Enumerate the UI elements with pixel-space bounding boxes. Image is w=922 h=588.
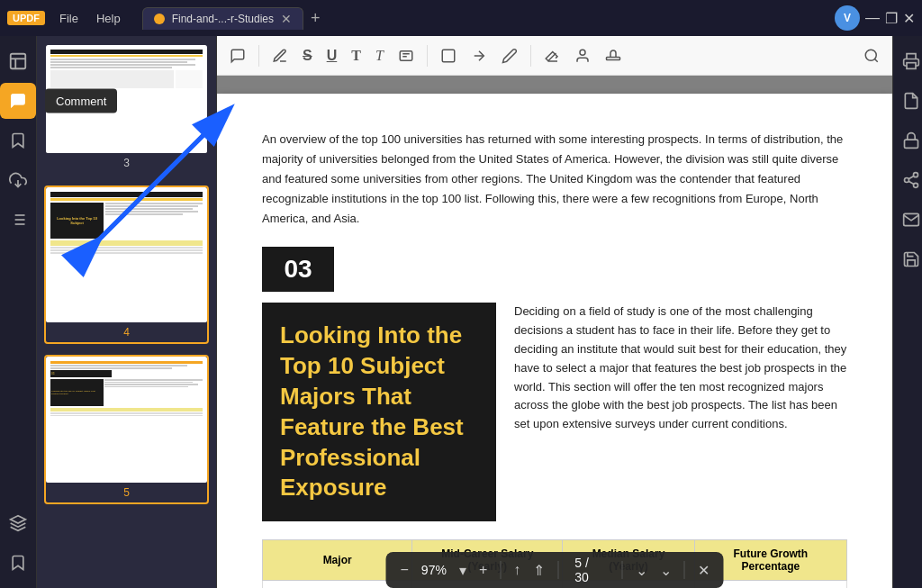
maximize-button[interactable]: ❐ [885,10,898,27]
menu-bar: File Help [52,10,128,27]
minimize-button[interactable]: — [865,10,880,26]
right-sidebar [892,36,922,588]
pdf-content-area: An overview of the top 100 universities … [217,76,892,588]
sidebar-comment-icon[interactable]: Comment [0,83,36,119]
pdf-section-number: 03 [262,247,334,292]
toolbar-shape-button[interactable] [435,44,462,68]
toolbar-search-button[interactable] [858,44,885,68]
tab-close-button[interactable]: ✕ [281,12,292,26]
sidebar-pages-icon[interactable] [0,43,36,79]
sidebar-bookmark-icon[interactable] [0,122,36,158]
tab-icon [154,14,165,24]
svg-rect-23 [907,63,916,69]
menu-file[interactable]: File [52,10,86,27]
bottom-sep-3 [622,561,623,579]
thumbnail-page-4[interactable]: Looking Into the Top 10 Subject [44,185,209,344]
zoom-level: 97% [418,563,450,577]
close-button[interactable]: ✕ [903,10,915,27]
pdf-section-title: Looking Into the Top 10 Subject Majors T… [262,303,496,521]
next-page-button[interactable]: ⌄ [656,560,675,581]
page-separator: / [585,556,589,570]
bottom-sep-2 [557,561,558,579]
thumbnail-4-number: 4 [46,322,207,342]
left-sidebar: Comment [0,36,37,588]
new-tab-button[interactable]: + [311,9,321,28]
svg-rect-24 [905,140,918,148]
toolbar-strikethrough-button[interactable]: S [297,44,318,68]
prev-page-button[interactable]: ⌄ [632,560,651,581]
main-layout: Comment [0,36,922,588]
thumbnail-5-image: 03 Looking Into the Top 10 Subject Major… [46,357,207,483]
toolbar-sep-2 [427,45,428,67]
svg-line-22 [874,59,877,61]
toolbar-sep-3 [530,45,531,67]
updf-logo: UPDF [7,11,45,25]
pdf-section-body: Deciding on a field of study is one of t… [514,303,847,521]
window-controls: V — ❐ ✕ [835,5,915,31]
menu-help[interactable]: Help [89,10,128,27]
svg-rect-17 [442,50,455,62]
toolbar-eraser-button[interactable] [538,44,565,68]
active-tab[interactable]: Find-and-...-r-Studies ✕ [142,7,303,30]
sidebar-organize-icon[interactable] [0,202,36,238]
sidebar-export-icon[interactable] [0,162,36,198]
comment-tooltip: Comment [45,89,117,113]
svg-line-29 [908,176,914,178]
pdf-intro-text: An overview of the top 100 universities … [262,130,847,229]
toolbar-pencil-button[interactable] [496,44,523,68]
toolbar-underline-button[interactable]: U [321,44,343,68]
svg-point-26 [905,178,909,183]
toolbar-line-button[interactable] [466,44,493,68]
right-sidebar-share-icon[interactable] [893,162,922,198]
pdf-page: An overview of the top 100 universities … [217,94,892,588]
bottom-toolbar: − 97% ▾ + ↑ ⇑ 5 / 30 ⌄ ⌄ ✕ [386,552,724,588]
toolbar-comment-button[interactable] [224,44,251,68]
bottom-sep-4 [684,561,685,579]
svg-point-19 [580,50,585,55]
thumbnail-3-number: 3 [46,153,207,173]
thumbnail-4-image: Looking Into the Top 10 Subject [46,187,207,322]
zoom-dropdown-button[interactable]: ▾ [456,560,470,581]
thumbnail-page-5[interactable]: 03 Looking Into the Top 10 Subject Major… [44,355,209,504]
total-pages: 30 [574,570,589,584]
page-info: 5 / 30 [567,556,612,584]
svg-rect-0 [11,54,26,69]
toolbar-text-cursor-button[interactable]: T [370,44,389,68]
zoom-in-button[interactable]: + [475,560,491,580]
pdf-section-content: Looking Into the Top 10 Subject Majors T… [262,303,847,521]
toolbar-text-box-button[interactable] [393,44,420,68]
fit-page-button[interactable]: ↑ [510,560,524,580]
svg-point-21 [865,50,876,60]
zoom-out-button[interactable]: − [397,560,412,580]
toolbar-sep-1 [258,45,259,67]
sidebar-bookmark2-icon[interactable] [0,545,36,581]
current-page: 5 [574,556,582,570]
svg-line-28 [908,181,914,184]
toolbar-highlight-button[interactable] [267,44,294,68]
svg-point-25 [914,173,918,177]
tab-label: Find-and-...-r-Studies [172,13,274,25]
user-avatar[interactable]: V [835,5,860,31]
main-column: S U T T [217,36,892,588]
toolbar: S U T T [217,36,892,76]
sidebar-layers-icon[interactable] [0,505,36,541]
thumbnail-5-number: 5 [46,483,207,502]
right-sidebar-save-icon[interactable] [893,241,922,277]
content-wrapper: 3 Looking Into the Top 10 Subject [37,36,892,588]
right-sidebar-email-icon[interactable] [893,202,922,238]
svg-marker-10 [11,516,26,523]
title-bar: UPDF File Help Find-and-...-r-Studies ✕ … [0,0,922,36]
toolbar-text-select-button[interactable]: T [346,44,366,68]
toolbar-stamp-button[interactable] [600,44,627,68]
thumbnail-panel: 3 Looking Into the Top 10 Subject [37,36,217,588]
right-sidebar-document-icon[interactable] [893,83,922,119]
fit-width-button[interactable]: ⇑ [529,560,548,581]
svg-rect-20 [606,57,619,59]
svg-point-27 [914,183,918,187]
close-toolbar-button[interactable]: ✕ [694,560,713,581]
tab-bar: Find-and-...-r-Studies ✕ + [142,7,827,30]
right-sidebar-lock-icon[interactable] [893,122,922,158]
right-sidebar-print-icon[interactable] [893,43,922,79]
toolbar-signature-button[interactable] [569,44,596,68]
bottom-sep-1 [500,561,501,579]
